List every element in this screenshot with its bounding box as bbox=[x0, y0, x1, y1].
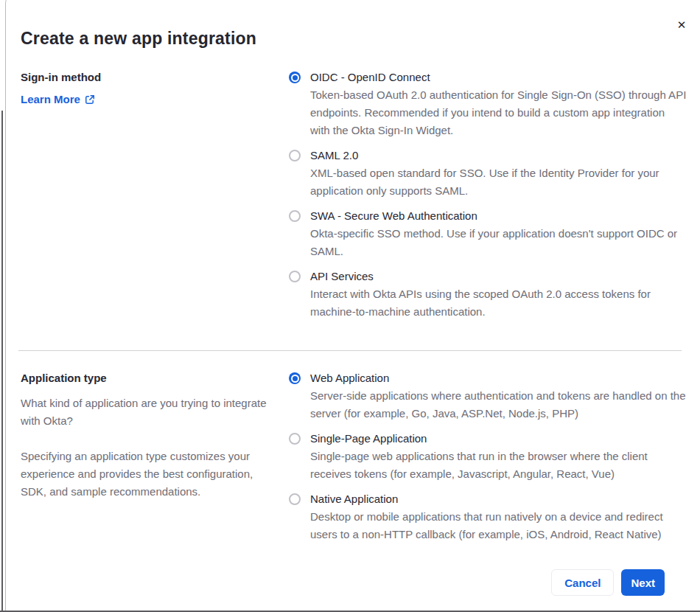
application-type-section: Application type What kind of applicatio… bbox=[21, 369, 687, 551]
close-button[interactable]: ✕ bbox=[673, 16, 690, 32]
option-oidc-label[interactable]: OIDC - OpenID Connect bbox=[310, 69, 687, 86]
learn-more-label: Learn More bbox=[21, 93, 80, 105]
option-native-application-description: Desktop or mobile applications that run … bbox=[310, 508, 687, 543]
radio-swa[interactable] bbox=[289, 210, 301, 222]
option-swa-label[interactable]: SWA - Secure Web Authentication bbox=[310, 207, 687, 225]
radio-dot bbox=[291, 375, 299, 383]
option-saml: SAML 2.0 XML-based open standard for SSO… bbox=[289, 147, 687, 200]
next-button[interactable]: Next bbox=[621, 569, 665, 596]
option-native-application: Native Application Desktop or mobile app… bbox=[289, 490, 687, 543]
option-text: SAML 2.0 XML-based open standard for SSO… bbox=[310, 147, 687, 200]
option-text: Single-Page Application Single-page web … bbox=[310, 430, 687, 483]
option-spa-description: Single-page web applications that run in… bbox=[310, 448, 687, 483]
signin-method-options: OIDC - OpenID Connect Token-based OAuth … bbox=[289, 69, 687, 328]
option-oidc: OIDC - OpenID Connect Token-based OAuth … bbox=[289, 69, 687, 139]
option-api-services-description: Interact with Okta APIs using the scoped… bbox=[310, 285, 687, 321]
option-saml-description: XML-based open standard for SSO. Use if … bbox=[310, 164, 687, 200]
application-type-paragraph-2: Specifying an application type customize… bbox=[21, 448, 271, 501]
signin-method-section: Sign-in method Learn More OIDC - OpenID … bbox=[21, 69, 687, 328]
option-native-application-label[interactable]: Native Application bbox=[310, 490, 687, 508]
application-type-heading: Application type bbox=[21, 369, 271, 387]
radio-dot bbox=[291, 74, 299, 82]
window-edge-left bbox=[1, 111, 3, 612]
dialog-footer: Cancel Next bbox=[21, 569, 687, 596]
radio-web-application[interactable] bbox=[289, 372, 301, 384]
option-swa-description: Okta-specific SSO method. Use if your ap… bbox=[310, 225, 687, 260]
option-spa: Single-Page Application Single-page web … bbox=[289, 430, 687, 483]
radio-oidc[interactable] bbox=[289, 72, 301, 83]
option-text: Web Application Server-side applications… bbox=[310, 369, 687, 423]
option-web-application-description: Server-side applications where authentic… bbox=[310, 387, 687, 423]
option-api-services: API Services Interact with Okta APIs usi… bbox=[289, 268, 687, 321]
option-web-application-label[interactable]: Web Application bbox=[310, 369, 687, 387]
option-text: SWA - Secure Web Authentication Okta-spe… bbox=[310, 207, 687, 260]
application-type-left-column: Application type What kind of applicatio… bbox=[21, 369, 271, 551]
option-saml-label[interactable]: SAML 2.0 bbox=[310, 147, 687, 164]
option-text: Native Application Desktop or mobile app… bbox=[310, 490, 687, 543]
create-app-integration-dialog: Create a new app integration ✕ Sign-in m… bbox=[5, 0, 700, 612]
option-spa-label[interactable]: Single-Page Application bbox=[310, 430, 687, 448]
section-divider bbox=[18, 350, 682, 351]
signin-method-heading: Sign-in method bbox=[21, 69, 271, 86]
radio-native-application[interactable] bbox=[289, 493, 301, 505]
option-api-services-label[interactable]: API Services bbox=[310, 268, 687, 285]
cancel-button[interactable]: Cancel bbox=[551, 569, 614, 596]
external-link-icon bbox=[85, 94, 95, 105]
close-icon: ✕ bbox=[677, 19, 687, 30]
application-type-options: Web Application Server-side applications… bbox=[289, 369, 687, 551]
radio-api-services[interactable] bbox=[289, 271, 301, 282]
signin-method-left-column: Sign-in method Learn More bbox=[21, 69, 271, 328]
option-text: API Services Interact with Okta APIs usi… bbox=[310, 268, 687, 321]
dialog-title: Create a new app integration bbox=[21, 27, 687, 49]
radio-spa[interactable] bbox=[289, 433, 301, 445]
radio-saml[interactable] bbox=[289, 150, 301, 161]
option-text: OIDC - OpenID Connect Token-based OAuth … bbox=[310, 69, 687, 139]
learn-more-link[interactable]: Learn More bbox=[21, 93, 95, 105]
option-web-application: Web Application Server-side applications… bbox=[289, 369, 687, 423]
option-swa: SWA - Secure Web Authentication Okta-spe… bbox=[289, 207, 687, 260]
option-oidc-description: Token-based OAuth 2.0 authentication for… bbox=[310, 86, 687, 139]
application-type-paragraph-1: What kind of application are you trying … bbox=[21, 394, 271, 430]
